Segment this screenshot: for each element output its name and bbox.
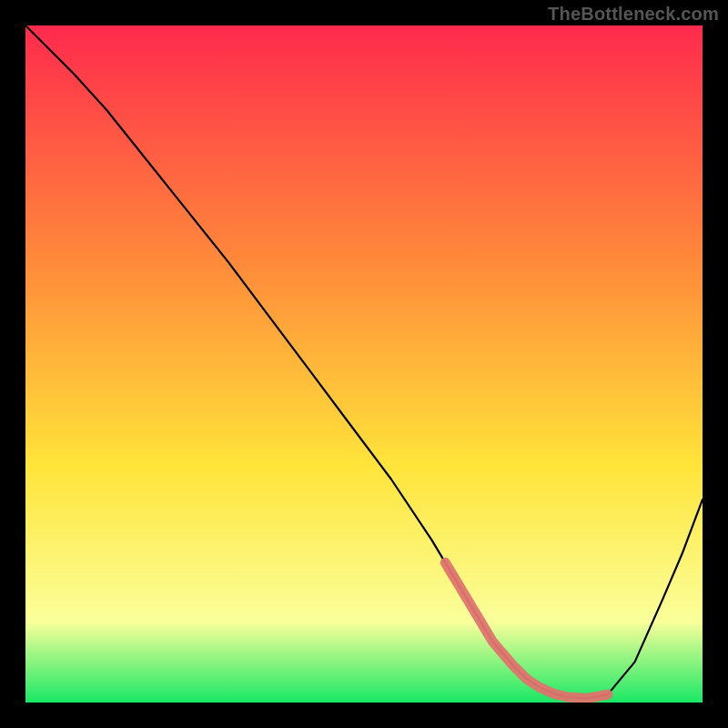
svg-rect-0 [25,25,703,703]
watermark-text: TheBottleneck.com [548,4,719,25]
plot-area [25,25,703,703]
chart-frame: TheBottleneck.com [0,0,728,728]
chart-svg [25,25,703,703]
